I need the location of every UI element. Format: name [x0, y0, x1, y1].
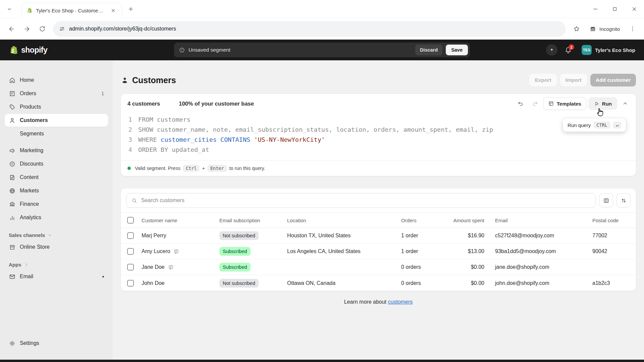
reload-button[interactable] — [36, 22, 49, 36]
unsaved-segment-text: Unsaved segment — [189, 47, 412, 53]
window-bottom-edge — [0, 360, 644, 362]
line-number: 1 — [127, 115, 132, 125]
window-close-button[interactable] — [625, 0, 644, 18]
back-button[interactable] — [5, 22, 18, 36]
query-value: 'US-NY-NewYorkCity' — [254, 136, 325, 143]
sidebar-item-markets[interactable]: Markets — [5, 184, 108, 197]
address-bar[interactable]: admin.shopify.com/store/jy63jq-dc/custom… — [53, 21, 566, 37]
sidebar-item-finance[interactable]: Finance — [5, 198, 108, 210]
run-tooltip: Run query CTRL ↵ — [563, 118, 626, 132]
customer-name[interactable]: John Doe — [142, 280, 165, 286]
column-header-location[interactable]: Location — [287, 218, 401, 223]
column-header-postal-code[interactable]: Postal code — [592, 218, 636, 223]
bookmark-star-button[interactable] — [570, 22, 583, 36]
sidebar-item-home[interactable]: Home — [5, 74, 108, 86]
sidebar-item-label: Products — [20, 104, 41, 110]
sidebar-item-analytics[interactable]: Analytics — [5, 211, 108, 224]
incognito-icon — [589, 25, 596, 33]
forward-button[interactable] — [20, 22, 34, 36]
sidebar-item-label: Online Store — [20, 244, 50, 250]
row-checkbox[interactable] — [127, 280, 134, 287]
tab-close-button[interactable] — [108, 5, 118, 16]
window-minimize-button[interactable] — [586, 0, 605, 18]
save-button[interactable]: Save — [446, 45, 468, 55]
customer-name[interactable]: Amy Lucero — [142, 248, 170, 254]
row-checkbox[interactable] — [127, 232, 134, 239]
note-icon — [173, 249, 179, 254]
segment-status-bar: Valid segment. Press Ctrl + Enter to run… — [121, 160, 636, 176]
section-label: Sales channels — [9, 232, 45, 238]
column-header-email[interactable]: Email — [492, 218, 592, 223]
sidekick-button[interactable] — [546, 44, 557, 56]
sidebar-item-segments[interactable]: Segments — [5, 127, 108, 140]
table-row[interactable]: Marj Perry Not subscribed Houston TX, Un… — [121, 228, 636, 244]
row-checkbox[interactable] — [127, 248, 134, 255]
chevron-down-icon — [48, 233, 52, 237]
undo-button[interactable] — [515, 98, 527, 110]
column-header-amount-spent[interactable]: Amount spent — [445, 218, 492, 223]
sidebar-item-orders[interactable]: Orders 1 — [5, 87, 108, 100]
collapse-editor-button[interactable] — [619, 98, 631, 110]
sort-button[interactable] — [616, 193, 631, 207]
row-checkbox[interactable] — [127, 264, 134, 270]
section-label: Apps — [9, 262, 21, 267]
sidebar-item-settings[interactable]: Settings — [5, 337, 108, 350]
column-header-customer-name[interactable]: Customer name — [140, 218, 219, 223]
chevron-up-icon — [622, 101, 628, 107]
edit-columns-button[interactable] — [599, 193, 613, 207]
search-customers-input[interactable]: Search customers — [126, 193, 596, 208]
browser-menu-button[interactable] — [626, 22, 639, 36]
page-title: Customers — [132, 75, 176, 85]
table-row[interactable]: John Doe Not subscribed Ottawa ON, Canad… — [121, 275, 636, 291]
browser-tab[interactable]: Tyler's Eco Shop · Customers · S — [21, 3, 122, 18]
tab-search-button[interactable] — [3, 2, 16, 16]
customer-name[interactable]: Jane Doe — [142, 264, 165, 270]
gear-icon — [9, 340, 16, 347]
table-row[interactable]: Amy Lucero Subscribed Los Angeles CA, Un… — [121, 244, 636, 259]
customer-name[interactable]: Marj Perry — [142, 233, 166, 239]
store-menu[interactable]: TES Tyler's Eco Shop — [579, 43, 638, 57]
apps-section-toggle[interactable]: Apps — [5, 259, 108, 270]
learn-more-text: Learn more about — [344, 299, 386, 305]
sidebar-item-label: Finance — [20, 201, 39, 207]
shopify-logo[interactable]: shopify — [0, 45, 47, 55]
sidebar-item-products[interactable]: Products — [5, 101, 108, 113]
column-header-email-subscription[interactable]: Email subscription — [219, 218, 287, 223]
run-button[interactable]: Run — [588, 97, 617, 110]
sidebar-item-discounts[interactable]: Discounts — [5, 158, 108, 170]
note-icon — [168, 264, 174, 270]
customers-help-link[interactable]: customers — [388, 299, 413, 305]
store-avatar: TES — [582, 45, 592, 55]
sales-channels-section-toggle[interactable]: Sales channels — [5, 229, 108, 241]
add-customer-button[interactable]: Add customer — [590, 74, 636, 86]
column-header-orders[interactable]: Orders — [401, 218, 445, 223]
notifications-button[interactable]: 2 — [562, 44, 574, 56]
query-editor[interactable]: 1 FROM customers 2 SHOW customer_name, n… — [121, 113, 636, 160]
subscription-badge: Subscribed — [219, 263, 251, 272]
sidebar-item-online-store[interactable]: Online Store — [5, 241, 108, 253]
sidebar-item-marketing[interactable]: Marketing — [5, 144, 108, 157]
discard-button[interactable]: Discard — [415, 45, 442, 55]
topbar-status-pill[interactable]: Unsaved segment Discard Save — [174, 43, 470, 57]
redo-button[interactable] — [529, 98, 541, 110]
sidebar-item-email[interactable]: Email — [5, 270, 108, 283]
table-row[interactable]: Jane Doe Subscribed 0 orders $0.00 jane.… — [121, 259, 636, 275]
templates-button[interactable]: Templates — [543, 97, 586, 110]
redo-icon — [531, 100, 538, 107]
table-footer: Learn more about customers — [121, 299, 636, 305]
sidebar-item-label: Orders — [20, 90, 36, 97]
incognito-badge: Incognito — [585, 25, 624, 33]
import-button[interactable]: Import — [560, 74, 587, 86]
customer-orders: 1 order — [401, 233, 445, 239]
customer-amount-spent: $16.90 — [445, 233, 492, 239]
query-line: 1 FROM customers — [127, 115, 629, 125]
sidebar-item-content[interactable]: Content — [5, 171, 108, 184]
query-field: customer_cities — [161, 136, 217, 143]
new-tab-button[interactable] — [125, 4, 136, 14]
select-all-checkbox[interactable] — [127, 217, 134, 224]
play-icon — [594, 101, 599, 107]
sidebar-item-customers[interactable]: Customers — [5, 114, 108, 127]
export-button[interactable]: Export — [529, 74, 556, 86]
window-maximize-button[interactable] — [605, 0, 625, 18]
status-text: + — [202, 166, 205, 171]
